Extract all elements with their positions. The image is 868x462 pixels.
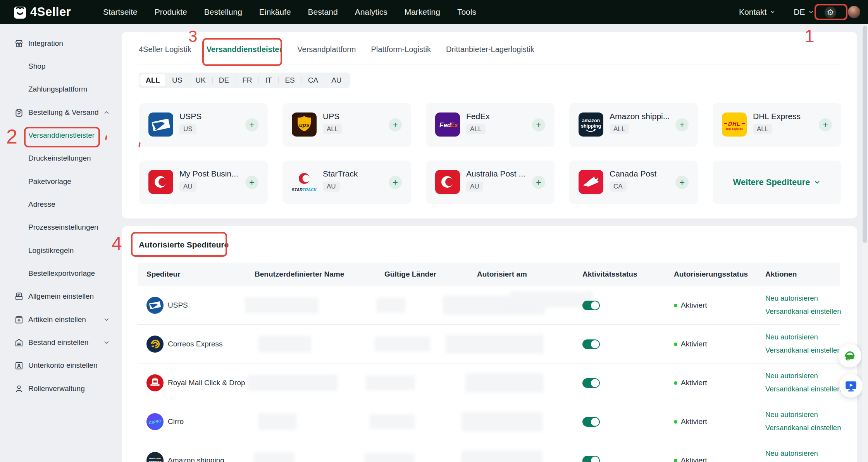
sidebar-item-prozesseinstellungen[interactable]: Prozesseinstellungen (0, 216, 122, 239)
toggle-knob (591, 418, 599, 426)
sidebar-item-artikeln-einstellen[interactable]: Artikeln einstellen (0, 308, 122, 331)
shipping-channel-link[interactable]: Versandkanal einstellen (765, 385, 841, 393)
sidebar-item-bestellung-versand[interactable]: Bestellung & Versand (0, 101, 122, 124)
sidebar-item-shop[interactable]: Shop (0, 55, 122, 78)
sidebar-item-unterkonto-einstellen[interactable]: Unterkonto einstellen (0, 354, 122, 377)
add-carrier-button[interactable]: + (532, 118, 545, 132)
reauthorize-link[interactable]: Neu autorisieren (765, 294, 818, 303)
kontakt-menu[interactable]: Kontakt (739, 7, 775, 17)
tab-plattform-logistik[interactable]: Plattform-Logistik (371, 45, 431, 54)
add-carrier-button[interactable]: + (245, 118, 258, 132)
activity-toggle-on[interactable] (582, 456, 600, 462)
reauthorize-link[interactable]: Neu autorisieren (765, 333, 818, 341)
tab-versandplattform[interactable]: Versandplattform (297, 45, 356, 54)
sidebar-item-allgemein-einstellen[interactable]: Allgemein einstellen (0, 285, 122, 308)
nav-item-bestellung[interactable]: Bestellung (204, 7, 242, 17)
add-carrier-button[interactable]: + (675, 176, 689, 189)
sidebar-item-bestellexportvorlage[interactable]: Bestellexportvorlage (0, 262, 122, 285)
nav-item-analytics[interactable]: Analytics (355, 7, 388, 17)
authorization-status: Aktiviert (674, 402, 707, 441)
filter-all[interactable]: ALL (140, 74, 165, 87)
activity-toggle-on[interactable] (582, 378, 600, 388)
filter-es[interactable]: ES (278, 74, 301, 87)
nav-item-bestand[interactable]: Bestand (308, 7, 338, 17)
filter-us[interactable]: US (165, 74, 189, 87)
user-avatar[interactable] (848, 6, 860, 18)
svg-text:STARTRACK: STARTRACK (292, 187, 317, 192)
carrier-name: StarTrack (323, 169, 358, 178)
carrier-card-my-post-busin: My Post Busin...AU+ (139, 161, 268, 204)
sidebar-item-zahlungsplattform[interactable]: Zahlungsplattform (0, 78, 122, 101)
shipping-channel-link[interactable]: Versandkanal einstellen (765, 346, 841, 355)
nav-item-eink-ufe[interactable]: Einkäufe (259, 7, 291, 17)
filter-it[interactable]: IT (258, 74, 278, 87)
sidebar-item-paketvorlage[interactable]: Paketvorlage (0, 170, 122, 193)
sidebar-item-label: Adresse (28, 200, 55, 209)
support-chat-button[interactable] (838, 344, 861, 367)
svg-text:Ex: Ex (450, 121, 458, 129)
nav-item-marketing[interactable]: Marketing (405, 7, 440, 17)
tab-4seller-logistik[interactable]: 4Seller Logistik (139, 45, 191, 54)
sidebar-item-label: Prozesseinstellungen (28, 223, 98, 232)
filter-uk[interactable]: UK (189, 74, 212, 87)
nav-item-tools[interactable]: Tools (457, 7, 476, 17)
toggle-knob (591, 379, 599, 387)
sidebar-item-integration[interactable]: Integration (0, 32, 122, 55)
authorization-status: Aktiviert (674, 325, 707, 363)
activity-toggle-on[interactable] (582, 339, 600, 349)
activity-toggle-on[interactable] (582, 301, 600, 310)
id-card-icon (14, 360, 24, 370)
status-label: Aktiviert (681, 379, 707, 387)
more-carriers-button[interactable]: Weitere Spediteure (713, 161, 841, 204)
sidebar-item-rollenverwaltung[interactable]: Rollenverwaltung (0, 377, 122, 400)
filter-de[interactable]: DE (212, 74, 236, 87)
authorization-status: Aktiviert (674, 441, 707, 462)
monitor-play-icon (844, 379, 858, 393)
sidebar-item-label: Bestellexportvorlage (28, 269, 95, 278)
reauthorize-link[interactable]: Neu autorisieren (765, 410, 818, 419)
tutorial-video-button[interactable] (839, 374, 863, 398)
sidebar-item-label: Zahlungsplattform (28, 85, 87, 93)
sidebar-item-label: Allgemein einstellen (28, 292, 94, 301)
add-carrier-button[interactable]: + (819, 118, 832, 132)
filter-au[interactable]: AU (325, 74, 348, 87)
nav-item-startseite[interactable]: Startseite (103, 7, 138, 17)
redacted-authorized-date (446, 334, 544, 354)
sidebar-item-adresse[interactable]: Adresse (0, 193, 122, 216)
add-carrier-button[interactable]: + (532, 176, 545, 189)
carrier-card-fedex: FedExFedExALL+ (426, 103, 555, 147)
ups-logo: ups (292, 112, 317, 137)
language-menu[interactable]: DE (794, 7, 814, 17)
carrier-card-australia-post: Australia Post ...AU+ (426, 161, 555, 204)
activity-toggle-on[interactable] (582, 417, 600, 427)
filter-fr[interactable]: FR (236, 74, 258, 87)
warehouse-icon (14, 337, 24, 348)
add-carrier-button[interactable]: + (389, 176, 402, 189)
sidebar-item-druckeinstellungen[interactable]: Druckeinstellungen (0, 147, 122, 170)
add-carrier-button[interactable]: + (245, 176, 258, 189)
filter-ca[interactable]: CA (301, 74, 325, 87)
sidebar-item-bestand-einstellen[interactable]: Bestand einstellen (0, 331, 122, 354)
usps-round-logo (146, 297, 164, 314)
shipping-channel-link[interactable]: Versandkanal einstellen (765, 307, 841, 316)
add-carrier-button[interactable]: + (389, 118, 402, 132)
sidebar-item-logistikregeln[interactable]: Logistikregeln (0, 239, 122, 262)
brand-logo[interactable]: 4Seller (14, 0, 71, 24)
usps-logo (148, 112, 173, 137)
carrier-grid: USPSUS+upsUPSALL+FedExFedExALL+amazonshi… (139, 103, 840, 204)
scrollbar-thumb[interactable] (863, 26, 867, 243)
reauthorize-link[interactable]: Neu autorisieren (765, 372, 818, 380)
add-carrier-button[interactable]: + (675, 118, 689, 132)
brand-name: 4Seller (30, 5, 71, 19)
column-header-aktivit-tsstatus: Aktivitätsstatus (582, 263, 637, 286)
column-header-autorisiert-am: Autorisiert am (477, 263, 527, 286)
shipping-channel-link[interactable]: Versandkanal einstellen (765, 424, 841, 432)
annotation-number-3: 3 (188, 27, 197, 46)
carrier-card-amazon-shippi: amazonshippingAmazon shippi...ALL+ (569, 103, 698, 147)
tab-drittanbieter-lagerlogistik[interactable]: Drittanbieter-Lagerlogistik (446, 45, 534, 54)
reauthorize-link[interactable]: Neu autorisieren (765, 449, 818, 458)
redacted-countries (375, 337, 430, 351)
sidebar-item-label: Bestand einstellen (28, 338, 88, 347)
nav-item-produkte[interactable]: Produkte (155, 7, 187, 17)
status-dot-icon (674, 304, 677, 307)
